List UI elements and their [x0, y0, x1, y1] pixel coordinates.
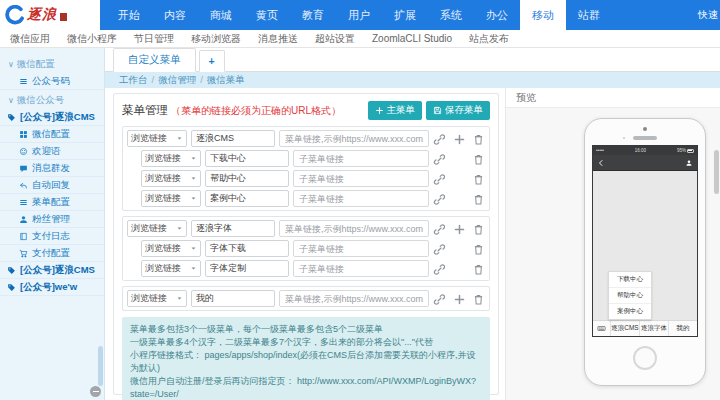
subnav-item[interactable]: 消息推送 [258, 32, 298, 46]
tag-icon [7, 283, 16, 292]
menu-link-input[interactable] [279, 130, 429, 147]
sidebar-collapse-button[interactable] [90, 386, 101, 397]
sidebar-item[interactable]: 微信配置 [0, 126, 104, 143]
phone-menu-item[interactable]: 逐浪字体 [639, 321, 668, 336]
app-logo[interactable]: 逐浪 [0, 0, 100, 30]
sidebar-item[interactable]: 菜单配置 [0, 194, 104, 211]
phone-menu-item[interactable]: 逐浪CMS [610, 321, 639, 336]
add-tab-button[interactable]: + [199, 50, 225, 72]
menu-type-select[interactable]: 浏览链接 [127, 290, 187, 307]
link-action-icon[interactable] [433, 292, 446, 305]
sub-menu: 微信应用微信小程序节日管理移动浏览器消息推送超站设置ZoomlaCLI Stud… [0, 30, 720, 48]
preview-body: ••••• 16:00 95% [506, 108, 720, 400]
add-submenu-icon[interactable] [453, 222, 466, 235]
menu-link-input[interactable] [293, 260, 429, 277]
subnav-item[interactable]: 微信应用 [10, 32, 50, 46]
sidebar-item[interactable]: [公众号]逐浪CMS [0, 262, 104, 279]
topnav-item[interactable]: 移动 [520, 0, 566, 30]
menu-type-select[interactable]: 浏览链接 [141, 170, 201, 187]
menu-type-select[interactable]: 浏览链接 [141, 240, 201, 257]
save-menu-button[interactable]: 保存菜单 [426, 101, 490, 120]
menu-type-select[interactable]: 浏览链接 [141, 260, 201, 277]
menu-type-select[interactable]: 浏览链接 [141, 190, 201, 207]
sidebar-item[interactable]: [公众号]we'w [0, 279, 104, 296]
phone-sensor-dot [623, 137, 625, 139]
subnav-item[interactable]: ZoomlaCLI Studio [372, 33, 452, 44]
menu-link-input[interactable] [279, 220, 429, 237]
delete-row-icon[interactable] [472, 262, 485, 275]
topnav-item[interactable]: 开始 [106, 0, 152, 30]
subnav-item[interactable]: 微信小程序 [67, 32, 117, 46]
delete-row-icon[interactable] [472, 242, 485, 255]
sidebar-item-label: [公众号]逐浪CMS [20, 264, 95, 277]
phone-screen: ••••• 16:00 95% [592, 145, 698, 337]
quick-link[interactable]: 快速 [698, 8, 718, 22]
menu-type-select[interactable]: 浏览链接 [127, 130, 187, 147]
sidebar-item[interactable]: 粉丝管理 [0, 211, 104, 228]
menu-name-input[interactable] [205, 190, 289, 207]
link-action-icon[interactable] [433, 172, 446, 185]
topnav-item[interactable]: 办公 [474, 0, 520, 30]
delete-row-icon[interactable] [472, 152, 485, 165]
breadcrumb-wechat-manage[interactable]: 微信管理 [158, 74, 196, 85]
link-action-icon[interactable] [433, 262, 446, 275]
sidebar-item[interactable]: 消息群发 [0, 160, 104, 177]
delete-row-icon[interactable] [472, 172, 485, 185]
subnav-item[interactable]: 节日管理 [134, 32, 174, 46]
menu-name-input[interactable] [205, 260, 289, 277]
sidebar-item[interactable]: 支付配置 [0, 245, 104, 262]
grid-icon [19, 130, 28, 139]
sidebar-item[interactable]: 公众号码 [0, 73, 104, 90]
add-main-menu-button[interactable]: 主菜单 [368, 101, 423, 120]
topnav-item[interactable]: 内容 [152, 0, 198, 30]
menu-name-input[interactable] [191, 220, 275, 237]
sidebar-group-label[interactable]: ∨微信公众号 [0, 90, 104, 109]
menu-link-input[interactable] [293, 240, 429, 257]
sidebar-item[interactable]: 支付日志 [0, 228, 104, 245]
menu-link-input[interactable] [293, 190, 429, 207]
breadcrumb-workbench[interactable]: 工作台 [119, 74, 148, 85]
add-submenu-icon[interactable] [453, 132, 466, 145]
tab-custom-menu[interactable]: 自定义菜单 [113, 48, 196, 72]
topnav-item[interactable]: 系统 [428, 0, 474, 30]
topnav-item[interactable]: 扩展 [382, 0, 428, 30]
menu-name-input[interactable] [191, 130, 275, 147]
delete-row-icon[interactable] [472, 292, 485, 305]
link-action-icon[interactable] [433, 152, 446, 165]
link-action-icon[interactable] [433, 242, 446, 255]
sidebar-item[interactable]: 自动回复 [0, 177, 104, 194]
topnav-item[interactable]: 黄页 [244, 0, 290, 30]
add-submenu-icon[interactable] [453, 292, 466, 305]
menu-link-input[interactable] [293, 170, 429, 187]
window-scrollbar-thumb[interactable] [714, 150, 719, 194]
phone-menu-item[interactable]: 我的 [668, 321, 697, 336]
menu-link-input[interactable] [293, 150, 429, 167]
link-action-icon[interactable] [433, 222, 446, 235]
keyboard-toggle-cell [593, 321, 610, 336]
sidebar-item[interactable]: [公众号]逐浪CMS [0, 109, 104, 126]
link-action-icon[interactable] [433, 192, 446, 205]
menu-name-input[interactable] [205, 150, 289, 167]
menu-name-input[interactable] [205, 170, 289, 187]
menu-link-input[interactable] [279, 290, 429, 307]
menu-name-input[interactable] [191, 290, 275, 307]
topnav-item[interactable]: 教育 [290, 0, 336, 30]
delete-row-icon[interactable] [472, 132, 485, 145]
menu-type-select[interactable]: 浏览链接 [141, 150, 201, 167]
subnav-item[interactable]: 移动浏览器 [191, 32, 241, 46]
topnav-item[interactable]: 商城 [198, 0, 244, 30]
link-action-icon[interactable] [433, 132, 446, 145]
topnav-item[interactable]: 站群 [566, 0, 612, 30]
sidebar-item-label: 欢迎语 [32, 145, 61, 158]
menu-type-select[interactable]: 浏览链接 [127, 220, 187, 237]
delete-row-icon[interactable] [472, 222, 485, 235]
sidebar-group-label[interactable]: ∨微信配置 [0, 54, 104, 73]
sidebar-item[interactable]: 欢迎语 [0, 143, 104, 160]
subnav-item[interactable]: 站点发布 [469, 32, 509, 46]
menu-name-input[interactable] [205, 240, 289, 257]
delete-row-icon[interactable] [472, 192, 485, 205]
subnav-item[interactable]: 超站设置 [315, 32, 355, 46]
sidebar-scrollbar-thumb[interactable] [98, 346, 103, 386]
topnav-item[interactable]: 用户 [336, 0, 382, 30]
caret-down-icon [176, 135, 183, 142]
